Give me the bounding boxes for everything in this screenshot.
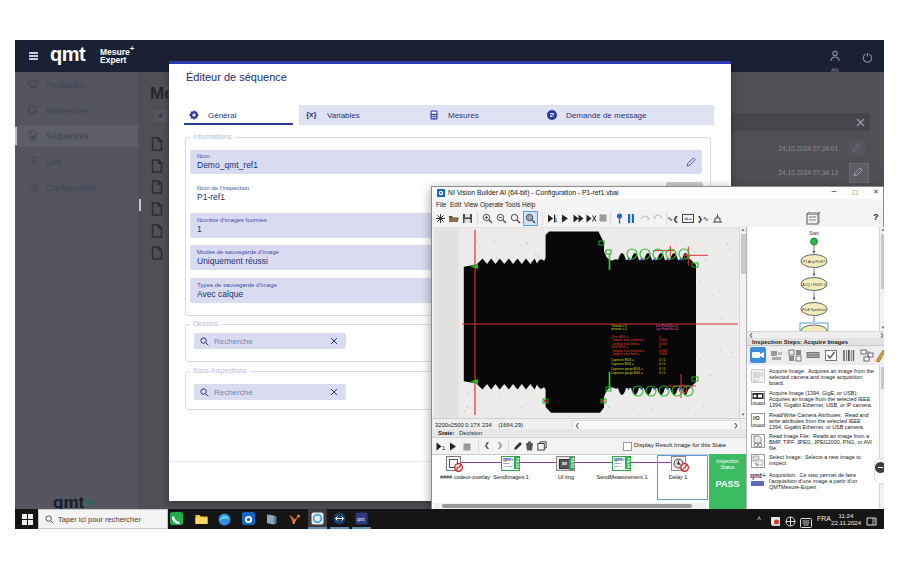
svg-text:- largeur max fond =: - largeur max fond = (611, 352, 640, 356)
svg-text:0 / 0: 0 / 0 (659, 358, 665, 362)
svg-text:Loc Find Va = 0: Loc Find Va = 0 (656, 327, 678, 331)
svg-text:0 / 0: 0 / 0 (659, 362, 665, 366)
svg-text:Capteurs M16 =: Capteurs M16 = (611, 362, 634, 366)
svg-text:1: 1 (442, 445, 446, 451)
svg-text:images: images (753, 401, 765, 405)
svg-text:0 / 0: 0 / 0 (659, 371, 665, 375)
svg-text:qmt: qmt (357, 517, 365, 522)
svg-text:I/O: I/O (753, 415, 760, 421)
svg-text:FILE Synthèse: FILE Synthèse (802, 308, 826, 312)
svg-text:❯∿: ❯∿ (697, 215, 709, 223)
svg-text:0.000: 0.000 (659, 352, 667, 356)
svg-text:1: 1 (555, 217, 558, 223)
svg-text:Capteurs M13 =: Capteurs M13 = (611, 358, 634, 362)
svg-text:mesrun = 0: mesrun = 0 (611, 327, 627, 331)
svg-text:images: images (753, 423, 765, 427)
svg-text:ACQ / FILET 0: ACQ / FILET 0 (802, 283, 826, 287)
svg-text:Acq: Acq (753, 379, 759, 383)
svg-text:Capteurs gorge M16 =: Capteurs gorge M16 = (611, 371, 643, 375)
svg-text:Start: Start (809, 231, 819, 236)
svg-text:∿❮: ∿❮ (667, 215, 679, 223)
svg-text:P1 Acq FILET: P1 Acq FILET (803, 260, 826, 264)
